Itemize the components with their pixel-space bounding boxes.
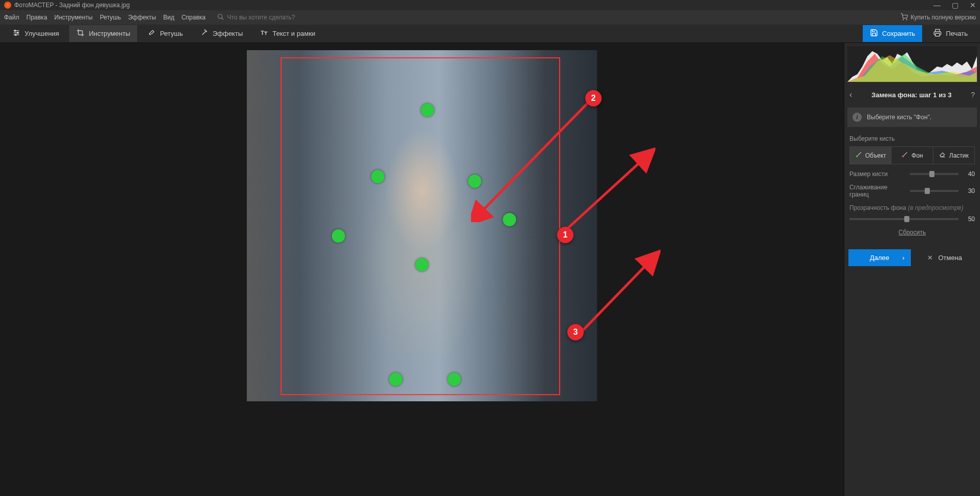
svg-point-7 — [14, 30, 16, 32]
search-placeholder[interactable]: Что вы хотите сделать? — [227, 14, 295, 21]
object-marker[interactable] — [389, 373, 402, 386]
annotation-step-3: 3 — [567, 324, 584, 340]
menu-view[interactable]: Вид — [163, 14, 175, 21]
cancel-button[interactable]: ✕ Отмена — [914, 249, 976, 266]
menu-bar: Файл Правка Инструменты Ретушь Эффекты В… — [0, 10, 980, 25]
brush-background-label: Фон — [911, 152, 923, 159]
minimize-button[interactable]: — — [933, 1, 941, 9]
object-marker[interactable] — [332, 229, 345, 243]
tab-text-frames-label: Текст и рамки — [272, 30, 315, 37]
object-marker[interactable] — [415, 258, 429, 271]
back-button[interactable]: ‹ — [849, 90, 852, 99]
brush-background[interactable]: Фон — [891, 147, 933, 164]
svg-point-0 — [218, 14, 222, 18]
menu-edit[interactable]: Правка — [27, 14, 48, 21]
selection-rectangle[interactable] — [281, 57, 560, 395]
print-button-label: Печать — [946, 30, 968, 37]
tab-enhance[interactable]: Улучшения — [5, 25, 66, 42]
brush-icon — [147, 29, 156, 38]
tab-retouch-label: Ретушь — [160, 30, 183, 37]
brush-section-label: Выберите кисть — [849, 135, 975, 142]
opacity-label: Прозрачность фона (в предпросмотре) — [849, 204, 975, 211]
close-icon: ✕ — [927, 254, 933, 262]
brush-eraser[interactable]: Ластик — [933, 147, 974, 164]
save-icon — [870, 29, 878, 38]
brush-object-icon — [855, 151, 862, 160]
app-icon — [4, 2, 11, 9]
right-panel: ‹ Замена фона: шаг 1 из 3 ? i Выберите к… — [844, 43, 980, 496]
search-icon — [217, 13, 224, 22]
info-box: i Выберите кисть "Фон". — [847, 107, 977, 127]
next-button[interactable]: Далее › — [848, 249, 911, 266]
object-marker[interactable] — [503, 213, 516, 226]
save-button[interactable]: Сохранить — [863, 25, 923, 42]
tab-text-frames[interactable]: Tᴛ Текст и рамки — [253, 25, 323, 42]
brush-object[interactable]: Объект — [850, 147, 891, 164]
menu-file[interactable]: Файл — [4, 14, 19, 21]
brush-size-value: 40 — [963, 170, 975, 178]
object-marker[interactable] — [448, 373, 461, 386]
annotation-step-1: 1 — [557, 227, 573, 243]
brush-size-label: Размер кисти — [849, 170, 906, 178]
save-button-label: Сохранить — [882, 30, 915, 37]
svg-point-9 — [15, 34, 16, 36]
menu-tools[interactable]: Инструменты — [54, 14, 93, 21]
svg-point-2 — [903, 19, 903, 19]
tab-effects[interactable]: Эффекты — [193, 25, 250, 42]
panel-header: ‹ Замена фона: шаг 1 из 3 ? — [844, 85, 980, 104]
tab-effects-label: Эффекты — [212, 30, 243, 37]
brush-size-slider[interactable] — [910, 173, 958, 175]
annotation-step-2: 2 — [585, 90, 602, 106]
brush-object-label: Объект — [865, 152, 886, 159]
object-marker[interactable] — [371, 170, 385, 183]
tab-tools[interactable]: Инструменты — [69, 25, 137, 42]
svg-point-3 — [906, 19, 907, 19]
histogram — [847, 46, 977, 82]
tab-retouch[interactable]: Ретушь — [140, 25, 190, 42]
svg-line-1 — [221, 17, 223, 19]
smooth-slider[interactable] — [910, 190, 958, 192]
svg-text:Tᴛ: Tᴛ — [261, 30, 268, 36]
eraser-icon — [939, 151, 946, 160]
info-text: Выберите кисть "Фон". — [867, 114, 931, 121]
buy-full-version[interactable]: Купить полную версию — [901, 13, 976, 22]
panel-title: Замена фона: шаг 1 из 3 — [871, 91, 951, 99]
smooth-value: 30 — [963, 187, 975, 195]
crop-icon — [76, 29, 84, 38]
smooth-label: Сглаживание границ — [849, 184, 906, 198]
print-icon — [933, 29, 942, 38]
tab-tools-label: Инструменты — [89, 30, 130, 37]
menu-effects[interactable]: Эффекты — [128, 14, 156, 21]
sliders-icon — [12, 29, 20, 38]
print-button[interactable]: Печать — [926, 25, 975, 42]
window-title: ФотоМАСТЕР - Задний фон девушка.jpg — [14, 2, 130, 9]
tab-enhance-label: Улучшения — [25, 30, 59, 37]
menu-help[interactable]: Справка — [181, 14, 205, 21]
brush-eraser-label: Ластик — [949, 152, 969, 159]
brush-background-icon — [901, 151, 908, 160]
object-marker[interactable] — [421, 103, 434, 117]
svg-point-8 — [17, 32, 18, 34]
opacity-value: 50 — [963, 215, 975, 223]
svg-rect-11 — [935, 33, 940, 36]
canvas-area[interactable]: 2 1 3 — [0, 43, 844, 496]
canvas-image[interactable] — [247, 50, 597, 401]
reset-link[interactable]: Сбросить — [849, 229, 975, 236]
toolbar: Улучшения Инструменты Ретушь Эффекты Tᴛ … — [0, 25, 980, 43]
chevron-right-icon: › — [902, 254, 904, 262]
cart-icon — [901, 13, 908, 22]
menu-retouch[interactable]: Ретушь — [100, 14, 121, 21]
wand-icon — [200, 29, 208, 38]
info-icon: i — [853, 113, 862, 122]
next-button-label: Далее — [870, 254, 889, 262]
title-bar: ФотоМАСТЕР - Задний фон девушка.jpg — ▢ … — [0, 0, 980, 10]
text-icon: Tᴛ — [260, 29, 268, 38]
object-marker[interactable] — [468, 175, 481, 188]
cancel-button-label: Отмена — [938, 254, 962, 262]
close-button[interactable]: ✕ — [970, 1, 976, 9]
opacity-slider[interactable] — [849, 218, 958, 220]
maximize-button[interactable]: ▢ — [952, 1, 958, 9]
help-button[interactable]: ? — [971, 91, 975, 99]
